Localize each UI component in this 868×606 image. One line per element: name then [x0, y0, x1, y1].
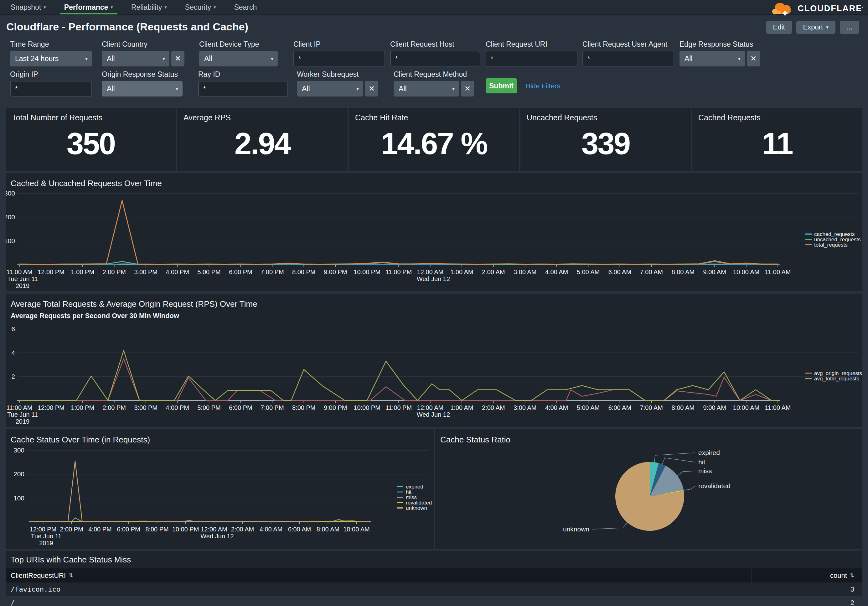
- svg-text:6:00 AM: 6:00 AM: [608, 404, 631, 411]
- svg-text:1:00 PM: 1:00 PM: [71, 404, 94, 411]
- chevron-down-icon: ▾: [172, 86, 178, 92]
- edit-button[interactable]: Edit: [766, 21, 792, 34]
- svg-text:6: 6: [11, 325, 15, 333]
- clear-edge-response-status-button[interactable]: ✕: [747, 51, 760, 67]
- cache-status-pie-chart: expiredhitmissrevalidatedunknown: [435, 429, 862, 549]
- svg-text:6:00 PM: 6:00 PM: [229, 404, 252, 411]
- client-request-uri-input[interactable]: [486, 51, 577, 67]
- filter-origin-response-status: Origin Response Status All▾: [102, 70, 183, 96]
- svg-text:Wed Jun 12: Wed Jun 12: [417, 275, 450, 282]
- hide-filters-link[interactable]: Hide Filters: [525, 82, 560, 90]
- legend-item-unknown[interactable]: unknown: [406, 505, 427, 511]
- svg-text:8:00 AM: 8:00 AM: [316, 526, 339, 533]
- filter-ray-id: Ray ID: [198, 70, 288, 96]
- svg-text:9:00 PM: 9:00 PM: [324, 269, 347, 275]
- nav-menu: Snapshot▾Performance▾Reliability▾Securit…: [6, 0, 271, 14]
- client-request-host-input[interactable]: [390, 51, 480, 67]
- chevron-down-icon: ▾: [449, 86, 455, 92]
- filter-client-request-host: Client Request Host: [390, 40, 480, 67]
- clear-client-country-button[interactable]: ✕: [171, 51, 184, 67]
- legend-item-total_requests[interactable]: total_requests: [814, 242, 848, 248]
- table-header: ClientRequestURI⇅ count⇅: [6, 569, 862, 583]
- origin-ip-input[interactable]: [10, 81, 92, 96]
- chevron-down-icon: ▾: [353, 86, 359, 92]
- cache-status-ratio-panel: Cache Status Ratio expiredhitmissrevalid…: [435, 429, 862, 549]
- svg-text:7:00 PM: 7:00 PM: [260, 404, 284, 411]
- cloudflare-logo: CLOUDFLARE': [769, 1, 863, 16]
- chevron-down-icon: ▾: [268, 56, 273, 62]
- sort-icon: ⇅: [850, 572, 854, 579]
- dashboard-page: Snapshot▾Performance▾Reliability▾Securit…: [0, 0, 868, 606]
- svg-text:3:00 AM: 3:00 AM: [513, 404, 536, 411]
- svg-text:8:00 PM: 8:00 PM: [292, 269, 315, 275]
- pie-label-expired: expired: [698, 449, 720, 456]
- more-button[interactable]: ...: [840, 21, 859, 34]
- chevron-down-icon: ▾: [82, 56, 88, 62]
- svg-text:8:00 AM: 8:00 AM: [672, 404, 694, 411]
- svg-text:7:00 AM: 7:00 AM: [640, 269, 663, 275]
- svg-text:Wed Jun 12: Wed Jun 12: [200, 533, 234, 539]
- top-uris-table-panel: Top URIs with Cache Status Miss ClientRe…: [6, 550, 862, 606]
- page-title: Cloudflare - Performance (Requests and C…: [6, 21, 248, 33]
- cell-count: 3: [752, 585, 862, 594]
- svg-text:10:00 PM: 10:00 PM: [353, 404, 380, 411]
- cache-status-time-chart-panel: Cache Status Over Time (in Requests) 100…: [6, 429, 434, 549]
- svg-text:5:00 PM: 5:00 PM: [197, 269, 220, 275]
- chevron-down-icon: ▾: [164, 5, 167, 10]
- nav-item-performance[interactable]: Performance▾: [60, 0, 118, 14]
- close-icon: ✕: [175, 54, 181, 63]
- client-country-select[interactable]: All▾: [102, 51, 169, 67]
- svg-text:6:00 AM: 6:00 AM: [608, 269, 631, 275]
- chevron-down-icon: ▾: [214, 5, 216, 10]
- client-request-user-agent-input[interactable]: [583, 51, 674, 67]
- nav-item-search[interactable]: Search: [229, 0, 261, 14]
- svg-text:200: 200: [14, 470, 25, 477]
- average-rps-chart-panel: Average Total Requests & Average Origin …: [6, 294, 862, 427]
- origin-response-status-select[interactable]: All▾: [102, 81, 183, 96]
- svg-text:10:00 AM: 10:00 AM: [733, 269, 760, 275]
- clear-client-request-method-button[interactable]: ✕: [461, 81, 474, 96]
- submit-button[interactable]: Submit: [486, 78, 517, 93]
- legend-item-avg_total_requests[interactable]: avg_total_requests: [814, 376, 859, 382]
- svg-text:2:00 AM: 2:00 AM: [231, 526, 254, 533]
- filter-client-device-type: Client Device Type All▾: [199, 40, 278, 67]
- clear-worker-subrequest-button[interactable]: ✕: [365, 81, 378, 96]
- client-device-type-select[interactable]: All▾: [199, 51, 278, 67]
- stat-uncached-requests: Uncached Requests 339: [521, 108, 691, 171]
- pie-label-revalidated: revalidated: [698, 482, 730, 489]
- nav-item-reliability[interactable]: Reliability▾: [127, 0, 171, 14]
- svg-text:8:00 PM: 8:00 PM: [145, 526, 169, 533]
- svg-text:5:00 AM: 5:00 AM: [577, 269, 600, 275]
- nav-item-security[interactable]: Security▾: [181, 0, 220, 14]
- svg-text:3:00 PM: 3:00 PM: [134, 404, 157, 411]
- svg-text:11:00 AM: 11:00 AM: [765, 404, 790, 411]
- svg-text:100: 100: [14, 494, 25, 502]
- worker-subrequest-select[interactable]: All▾: [297, 81, 363, 96]
- svg-text:1:00 AM: 1:00 AM: [450, 269, 473, 275]
- column-header-uri[interactable]: ClientRequestURI⇅: [6, 569, 752, 583]
- svg-text:8:00 PM: 8:00 PM: [292, 404, 315, 411]
- svg-text:Wed Jun 12: Wed Jun 12: [417, 411, 450, 418]
- svg-text:2:00 AM: 2:00 AM: [482, 404, 505, 411]
- client-request-method-select[interactable]: All▾: [394, 81, 459, 96]
- export-button[interactable]: Export▾: [796, 21, 835, 34]
- column-header-count[interactable]: count⇅: [752, 569, 862, 583]
- filter-client-request-method: Client Request Method All▾✕: [394, 70, 474, 96]
- chevron-down-icon: ▾: [43, 5, 46, 10]
- svg-text:4:00 PM: 4:00 PM: [166, 269, 189, 275]
- ray-id-input[interactable]: [198, 81, 288, 96]
- svg-text:11:00 PM: 11:00 PM: [386, 404, 412, 411]
- svg-text:6:00 PM: 6:00 PM: [229, 269, 252, 275]
- cloudflare-cloud-icon: [769, 1, 796, 16]
- svg-text:9:00 AM: 9:00 AM: [703, 269, 726, 275]
- cached-uncached-chart-panel: Cached & Uncached Requests Over Time 100…: [6, 173, 862, 291]
- svg-text:4:00 PM: 4:00 PM: [166, 404, 189, 411]
- svg-text:4: 4: [11, 349, 15, 356]
- table-title: Top URIs with Cache Status Miss: [6, 550, 862, 569]
- nav-item-snapshot[interactable]: Snapshot▾: [6, 0, 50, 14]
- svg-text:7:00 PM: 7:00 PM: [260, 269, 284, 275]
- edge-response-status-select[interactable]: All▾: [679, 51, 745, 67]
- time-range-select[interactable]: Last 24 hours▾: [10, 51, 92, 67]
- client-ip-input[interactable]: [293, 51, 385, 67]
- svg-text:4:00 AM: 4:00 AM: [545, 269, 568, 275]
